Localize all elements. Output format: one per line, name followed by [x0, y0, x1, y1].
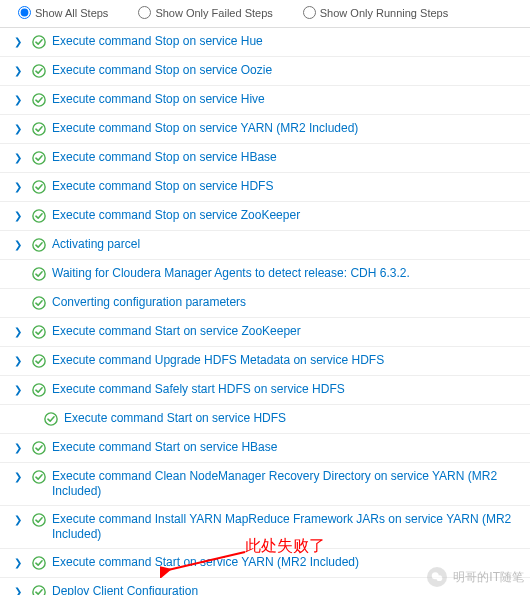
svg-point-11 [33, 355, 45, 367]
svg-point-2 [33, 94, 45, 106]
chevron-right-icon[interactable]: ❯ [14, 469, 26, 485]
status-success-icon [32, 585, 46, 595]
step-label[interactable]: Execute command Stop on service ZooKeepe… [52, 208, 520, 223]
chevron-right-icon[interactable]: ❯ [14, 324, 26, 340]
status-success-icon [32, 354, 46, 368]
chevron-right-icon[interactable]: ❯ [14, 512, 26, 528]
chevron-right-icon[interactable]: ❯ [14, 353, 26, 369]
svg-point-9 [33, 297, 45, 309]
status-success-icon [44, 412, 58, 426]
svg-point-8 [33, 268, 45, 280]
svg-point-3 [33, 123, 45, 135]
step-label[interactable]: Execute command Stop on service YARN (MR… [52, 121, 520, 136]
step-label[interactable]: Execute command Stop on service Hue [52, 34, 520, 49]
step-row[interactable]: ❯Execute command Stop on service Hive [0, 86, 530, 115]
step-row[interactable]: ❯Execute command Start on service ZooKee… [0, 318, 530, 347]
step-label[interactable]: Execute command Start on service HDFS [64, 411, 520, 426]
step-row[interactable]: ❯Execute command Clean NodeManager Recov… [0, 463, 530, 506]
filter-running[interactable]: Show Only Running Steps [303, 6, 448, 19]
svg-point-6 [33, 210, 45, 222]
svg-point-4 [33, 152, 45, 164]
svg-point-7 [33, 239, 45, 251]
step-row[interactable]: ❯Execute command Start on service HBase [0, 434, 530, 463]
filter-running-label: Show Only Running Steps [320, 7, 448, 19]
filter-all-radio[interactable] [18, 6, 31, 19]
status-success-icon [32, 238, 46, 252]
step-row[interactable]: ❯Execute command Install YARN MapReduce … [0, 506, 530, 549]
svg-point-5 [33, 181, 45, 193]
step-list: ❯Execute command Stop on service Hue❯Exe… [0, 28, 530, 595]
chevron-right-icon[interactable]: ❯ [14, 555, 26, 571]
chevron-right-icon[interactable]: ❯ [14, 150, 26, 166]
step-label[interactable]: Execute command Start on service ZooKeep… [52, 324, 520, 339]
chevron-right-icon[interactable]: ❯ [14, 584, 26, 595]
step-row[interactable]: ❯Execute command Start on service HDFS [0, 405, 530, 434]
status-success-icon [32, 180, 46, 194]
wechat-icon [427, 567, 447, 587]
step-filter-bar: Show All Steps Show Only Failed Steps Sh… [0, 0, 530, 28]
status-success-icon [32, 267, 46, 281]
step-row[interactable]: ❯Execute command Stop on service ZooKeep… [0, 202, 530, 231]
status-success-icon [32, 325, 46, 339]
step-row[interactable]: ❯Waiting for Cloudera Manager Agents to … [0, 260, 530, 289]
svg-point-15 [33, 471, 45, 483]
filter-running-radio[interactable] [303, 6, 316, 19]
chevron-right-icon[interactable]: ❯ [14, 382, 26, 398]
step-row[interactable]: ❯Execute command Stop on service HBase [0, 144, 530, 173]
status-success-icon [32, 556, 46, 570]
status-success-icon [32, 470, 46, 484]
chevron-right-icon[interactable]: ❯ [14, 179, 26, 195]
svg-point-17 [33, 557, 45, 569]
step-label[interactable]: Execute command Safely start HDFS on ser… [52, 382, 520, 397]
status-success-icon [32, 93, 46, 107]
chevron-right-icon[interactable]: ❯ [14, 440, 26, 456]
status-success-icon [32, 513, 46, 527]
step-label[interactable]: Converting configuration parameters [52, 295, 520, 310]
status-success-icon [32, 64, 46, 78]
filter-failed-radio[interactable] [138, 6, 151, 19]
status-success-icon [32, 122, 46, 136]
status-success-icon [32, 35, 46, 49]
step-row[interactable]: ❯Activating parcel [0, 231, 530, 260]
status-success-icon [32, 383, 46, 397]
filter-all[interactable]: Show All Steps [18, 6, 108, 19]
status-success-icon [32, 151, 46, 165]
step-label[interactable]: Activating parcel [52, 237, 520, 252]
step-label[interactable]: Execute command Install YARN MapReduce F… [52, 512, 520, 542]
step-label[interactable]: Execute command Stop on service Hive [52, 92, 520, 107]
step-label[interactable]: Execute command Start on service HBase [52, 440, 520, 455]
step-row[interactable]: ❯Execute command Stop on service YARN (M… [0, 115, 530, 144]
chevron-right-icon[interactable]: ❯ [14, 34, 26, 50]
step-row[interactable]: ❯Execute command Safely start HDFS on se… [0, 376, 530, 405]
svg-point-16 [33, 514, 45, 526]
svg-point-22 [437, 575, 443, 581]
filter-failed[interactable]: Show Only Failed Steps [138, 6, 272, 19]
svg-point-0 [33, 36, 45, 48]
svg-point-13 [45, 413, 57, 425]
watermark: 明哥的IT随笔 [427, 567, 524, 587]
chevron-right-icon[interactable]: ❯ [14, 121, 26, 137]
status-success-icon [32, 296, 46, 310]
step-row[interactable]: ❯Converting configuration parameters [0, 289, 530, 318]
step-row[interactable]: ❯Execute command Stop on service HDFS [0, 173, 530, 202]
step-row[interactable]: ❯Execute command Stop on service Hue [0, 28, 530, 57]
filter-failed-label: Show Only Failed Steps [155, 7, 272, 19]
status-success-icon [32, 209, 46, 223]
step-label[interactable]: Execute command Stop on service Oozie [52, 63, 520, 78]
step-row[interactable]: ❯Execute command Upgrade HDFS Metadata o… [0, 347, 530, 376]
step-label[interactable]: Execute command Stop on service HDFS [52, 179, 520, 194]
chevron-right-icon[interactable]: ❯ [14, 208, 26, 224]
chevron-right-icon[interactable]: ❯ [14, 92, 26, 108]
svg-point-12 [33, 384, 45, 396]
chevron-right-icon[interactable]: ❯ [14, 63, 26, 79]
svg-point-14 [33, 442, 45, 454]
status-success-icon [32, 441, 46, 455]
step-label[interactable]: Execute command Clean NodeManager Recove… [52, 469, 520, 499]
step-label[interactable]: Execute command Stop on service HBase [52, 150, 520, 165]
step-row[interactable]: ❯Execute command Stop on service Oozie [0, 57, 530, 86]
step-label[interactable]: Execute command Upgrade HDFS Metadata on… [52, 353, 520, 368]
svg-point-1 [33, 65, 45, 77]
step-label[interactable]: Waiting for Cloudera Manager Agents to d… [52, 266, 520, 281]
svg-point-10 [33, 326, 45, 338]
chevron-right-icon[interactable]: ❯ [14, 237, 26, 253]
